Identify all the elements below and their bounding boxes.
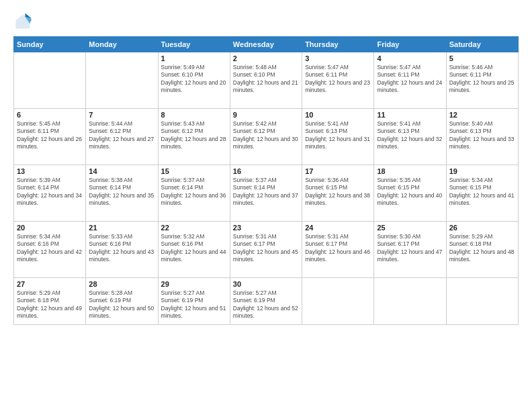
day-number: 7 (89, 111, 154, 119)
day-info: Sunrise: 5:45 AM Sunset: 6:11 PM Dayligh… (17, 120, 83, 151)
day-number: 15 (161, 167, 227, 175)
calendar-day-cell: 9Sunrise: 5:42 AM Sunset: 6:12 PM Daylig… (230, 109, 302, 165)
calendar-day-cell: 18Sunrise: 5:35 AM Sunset: 6:15 PM Dayli… (374, 165, 446, 222)
day-number: 23 (233, 224, 299, 232)
day-info: Sunrise: 5:39 AM Sunset: 6:14 PM Dayligh… (17, 177, 83, 208)
day-number: 5 (449, 54, 515, 62)
calendar-day-cell: 30Sunrise: 5:27 AM Sunset: 6:19 PM Dayli… (230, 278, 302, 325)
day-number: 13 (17, 167, 83, 175)
calendar-day-cell: 4Sunrise: 5:47 AM Sunset: 6:11 PM Daylig… (374, 52, 446, 109)
calendar-day-cell: 28Sunrise: 5:28 AM Sunset: 6:19 PM Dayli… (86, 278, 158, 325)
calendar-day-cell: 27Sunrise: 5:29 AM Sunset: 6:18 PM Dayli… (14, 278, 86, 325)
calendar-day-cell: 6Sunrise: 5:45 AM Sunset: 6:11 PM Daylig… (14, 109, 86, 165)
day-number: 16 (233, 167, 299, 175)
day-info: Sunrise: 5:30 AM Sunset: 6:17 PM Dayligh… (377, 233, 443, 264)
day-info: Sunrise: 5:33 AM Sunset: 6:16 PM Dayligh… (89, 233, 154, 264)
day-number: 11 (377, 111, 443, 119)
logo (13, 12, 35, 31)
day-info: Sunrise: 5:46 AM Sunset: 6:11 PM Dayligh… (449, 64, 515, 95)
day-number: 30 (233, 280, 299, 288)
calendar-day-cell: 8Sunrise: 5:43 AM Sunset: 6:12 PM Daylig… (158, 109, 230, 165)
calendar-day-cell: 21Sunrise: 5:33 AM Sunset: 6:16 PM Dayli… (86, 222, 158, 278)
calendar-day-cell: 25Sunrise: 5:30 AM Sunset: 6:17 PM Dayli… (374, 222, 446, 278)
day-info: Sunrise: 5:29 AM Sunset: 6:18 PM Dayligh… (17, 289, 83, 320)
calendar-day-cell: 1Sunrise: 5:49 AM Sunset: 6:10 PM Daylig… (158, 52, 230, 109)
calendar-week-row: 27Sunrise: 5:29 AM Sunset: 6:18 PM Dayli… (14, 278, 519, 325)
calendar-day-cell: 16Sunrise: 5:37 AM Sunset: 6:14 PM Dayli… (230, 165, 302, 222)
calendar-week-row: 20Sunrise: 5:34 AM Sunset: 6:16 PM Dayli… (14, 222, 519, 278)
weekday-header: Friday (374, 37, 446, 52)
calendar-header-row: SundayMondayTuesdayWednesdayThursdayFrid… (14, 37, 519, 52)
day-number: 26 (449, 224, 515, 232)
day-info: Sunrise: 5:41 AM Sunset: 6:13 PM Dayligh… (377, 120, 443, 151)
day-number: 17 (305, 167, 371, 175)
day-info: Sunrise: 5:48 AM Sunset: 6:10 PM Dayligh… (233, 64, 299, 95)
day-info: Sunrise: 5:42 AM Sunset: 6:12 PM Dayligh… (233, 120, 299, 151)
calendar-day-cell: 19Sunrise: 5:34 AM Sunset: 6:15 PM Dayli… (446, 165, 518, 222)
day-number: 29 (161, 280, 227, 288)
day-number: 27 (17, 280, 83, 288)
day-number: 20 (17, 224, 83, 232)
calendar-day-cell: 3Sunrise: 5:47 AM Sunset: 6:11 PM Daylig… (302, 52, 374, 109)
calendar-day-cell (86, 52, 158, 109)
calendar-day-cell: 13Sunrise: 5:39 AM Sunset: 6:14 PM Dayli… (14, 165, 86, 222)
day-info: Sunrise: 5:31 AM Sunset: 6:17 PM Dayligh… (233, 233, 299, 264)
day-info: Sunrise: 5:27 AM Sunset: 6:19 PM Dayligh… (161, 289, 227, 320)
calendar-day-cell: 15Sunrise: 5:37 AM Sunset: 6:14 PM Dayli… (158, 165, 230, 222)
calendar-day-cell: 22Sunrise: 5:32 AM Sunset: 6:16 PM Dayli… (158, 222, 230, 278)
day-info: Sunrise: 5:43 AM Sunset: 6:12 PM Dayligh… (161, 120, 227, 151)
calendar-day-cell: 5Sunrise: 5:46 AM Sunset: 6:11 PM Daylig… (446, 52, 518, 109)
calendar-day-cell: 29Sunrise: 5:27 AM Sunset: 6:19 PM Dayli… (158, 278, 230, 325)
calendar-day-cell (14, 52, 86, 109)
weekday-header: Thursday (302, 37, 374, 52)
weekday-header: Monday (86, 37, 158, 52)
day-number: 28 (89, 280, 154, 288)
day-info: Sunrise: 5:34 AM Sunset: 6:15 PM Dayligh… (449, 177, 515, 208)
page-header (13, 12, 519, 31)
logo-icon (13, 12, 32, 31)
weekday-header: Sunday (14, 37, 86, 52)
day-info: Sunrise: 5:34 AM Sunset: 6:16 PM Dayligh… (17, 233, 83, 264)
calendar-day-cell: 24Sunrise: 5:31 AM Sunset: 6:17 PM Dayli… (302, 222, 374, 278)
day-number: 21 (89, 224, 154, 232)
calendar-day-cell: 10Sunrise: 5:41 AM Sunset: 6:13 PM Dayli… (302, 109, 374, 165)
calendar-day-cell (302, 278, 374, 325)
day-number: 8 (161, 111, 227, 119)
calendar-day-cell (374, 278, 446, 325)
calendar-day-cell: 12Sunrise: 5:40 AM Sunset: 6:13 PM Dayli… (446, 109, 518, 165)
day-info: Sunrise: 5:37 AM Sunset: 6:14 PM Dayligh… (233, 177, 299, 208)
day-number: 4 (377, 54, 443, 62)
day-number: 3 (305, 54, 371, 62)
day-info: Sunrise: 5:47 AM Sunset: 6:11 PM Dayligh… (377, 64, 443, 95)
day-info: Sunrise: 5:29 AM Sunset: 6:18 PM Dayligh… (449, 233, 515, 264)
day-number: 6 (17, 111, 83, 119)
calendar-day-cell: 20Sunrise: 5:34 AM Sunset: 6:16 PM Dayli… (14, 222, 86, 278)
calendar-day-cell (446, 278, 518, 325)
calendar-day-cell: 14Sunrise: 5:38 AM Sunset: 6:14 PM Dayli… (86, 165, 158, 222)
calendar-week-row: 6Sunrise: 5:45 AM Sunset: 6:11 PM Daylig… (14, 109, 519, 165)
day-number: 1 (161, 54, 227, 62)
weekday-header: Tuesday (158, 37, 230, 52)
calendar-day-cell: 2Sunrise: 5:48 AM Sunset: 6:10 PM Daylig… (230, 52, 302, 109)
weekday-header: Saturday (446, 37, 518, 52)
day-number: 18 (377, 167, 443, 175)
calendar-day-cell: 26Sunrise: 5:29 AM Sunset: 6:18 PM Dayli… (446, 222, 518, 278)
day-info: Sunrise: 5:27 AM Sunset: 6:19 PM Dayligh… (233, 289, 299, 320)
day-info: Sunrise: 5:41 AM Sunset: 6:13 PM Dayligh… (305, 120, 371, 151)
day-number: 2 (233, 54, 299, 62)
day-info: Sunrise: 5:44 AM Sunset: 6:12 PM Dayligh… (89, 120, 154, 151)
day-number: 22 (161, 224, 227, 232)
day-info: Sunrise: 5:47 AM Sunset: 6:11 PM Dayligh… (305, 64, 371, 95)
calendar-day-cell: 7Sunrise: 5:44 AM Sunset: 6:12 PM Daylig… (86, 109, 158, 165)
day-number: 12 (449, 111, 515, 119)
day-info: Sunrise: 5:28 AM Sunset: 6:19 PM Dayligh… (89, 289, 154, 320)
day-number: 24 (305, 224, 371, 232)
day-number: 10 (305, 111, 371, 119)
calendar-day-cell: 11Sunrise: 5:41 AM Sunset: 6:13 PM Dayli… (374, 109, 446, 165)
calendar-week-row: 13Sunrise: 5:39 AM Sunset: 6:14 PM Dayli… (14, 165, 519, 222)
calendar-week-row: 1Sunrise: 5:49 AM Sunset: 6:10 PM Daylig… (14, 52, 519, 109)
day-info: Sunrise: 5:40 AM Sunset: 6:13 PM Dayligh… (449, 120, 515, 151)
day-number: 25 (377, 224, 443, 232)
day-info: Sunrise: 5:49 AM Sunset: 6:10 PM Dayligh… (161, 64, 227, 95)
weekday-header: Wednesday (230, 37, 302, 52)
